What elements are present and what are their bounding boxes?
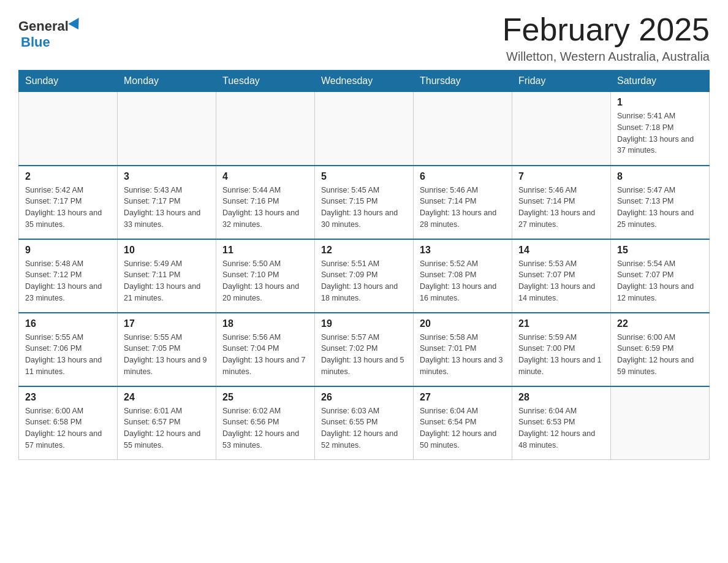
header-sunday: Sunday [19, 71, 118, 92]
table-row: 20Sunrise: 5:58 AMSunset: 7:01 PMDayligh… [414, 313, 512, 386]
day-info: Sunrise: 5:41 AMSunset: 7:18 PMDaylight:… [617, 110, 703, 156]
table-row: 22Sunrise: 6:00 AMSunset: 6:59 PMDayligh… [611, 313, 710, 386]
day-number: 7 [518, 171, 604, 182]
day-info: Sunrise: 5:47 AMSunset: 7:13 PMDaylight:… [617, 185, 703, 231]
day-number: 5 [321, 171, 407, 182]
table-row: 19Sunrise: 5:57 AMSunset: 7:02 PMDayligh… [315, 313, 414, 386]
calendar-week-row: 2Sunrise: 5:42 AMSunset: 7:17 PMDaylight… [19, 166, 710, 239]
table-row: 15Sunrise: 5:54 AMSunset: 7:07 PMDayligh… [611, 239, 710, 313]
header-tuesday: Tuesday [216, 71, 315, 92]
logo-blue-text: Blue [21, 34, 50, 50]
month-title: February 2025 [502, 12, 710, 47]
logo: General Blue [18, 12, 82, 50]
logo-general-text: General [18, 18, 69, 34]
day-info: Sunrise: 5:59 AMSunset: 7:00 PMDaylight:… [518, 332, 604, 378]
table-row: 7Sunrise: 5:46 AMSunset: 7:14 PMDaylight… [512, 166, 611, 239]
table-row: 13Sunrise: 5:52 AMSunset: 7:08 PMDayligh… [414, 239, 512, 313]
day-number: 13 [420, 245, 506, 256]
table-row: 8Sunrise: 5:47 AMSunset: 7:13 PMDaylight… [611, 166, 710, 239]
day-number: 11 [222, 245, 308, 256]
day-number: 4 [222, 171, 308, 182]
day-number: 2 [25, 171, 111, 182]
day-number: 16 [25, 318, 111, 329]
table-row: 27Sunrise: 6:04 AMSunset: 6:54 PMDayligh… [414, 386, 512, 460]
day-number: 17 [124, 318, 210, 329]
day-info: Sunrise: 5:43 AMSunset: 7:17 PMDaylight:… [124, 185, 210, 231]
table-row: 3Sunrise: 5:43 AMSunset: 7:17 PMDaylight… [118, 166, 216, 239]
table-row: 28Sunrise: 6:04 AMSunset: 6:53 PMDayligh… [512, 386, 611, 460]
table-row: 14Sunrise: 5:53 AMSunset: 7:07 PMDayligh… [512, 239, 611, 313]
table-row: 9Sunrise: 5:48 AMSunset: 7:12 PMDaylight… [19, 239, 118, 313]
day-number: 8 [617, 171, 703, 182]
day-info: Sunrise: 5:52 AMSunset: 7:08 PMDaylight:… [420, 258, 506, 304]
day-info: Sunrise: 5:56 AMSunset: 7:04 PMDaylight:… [222, 332, 308, 378]
day-info: Sunrise: 5:50 AMSunset: 7:10 PMDaylight:… [222, 258, 308, 304]
day-number: 3 [124, 171, 210, 182]
calendar-week-row: 16Sunrise: 5:55 AMSunset: 7:06 PMDayligh… [19, 313, 710, 386]
table-row: 10Sunrise: 5:49 AMSunset: 7:11 PMDayligh… [118, 239, 216, 313]
page-header: General Blue February 2025 Willetton, We… [18, 12, 710, 64]
day-info: Sunrise: 5:57 AMSunset: 7:02 PMDaylight:… [321, 332, 407, 378]
day-info: Sunrise: 5:42 AMSunset: 7:17 PMDaylight:… [25, 185, 111, 231]
day-number: 12 [321, 245, 407, 256]
table-row [414, 92, 512, 166]
table-row: 21Sunrise: 5:59 AMSunset: 7:00 PMDayligh… [512, 313, 611, 386]
table-row: 23Sunrise: 6:00 AMSunset: 6:58 PMDayligh… [19, 386, 118, 460]
day-number: 6 [420, 171, 506, 182]
day-number: 23 [25, 392, 111, 403]
day-number: 15 [617, 245, 703, 256]
table-row: 16Sunrise: 5:55 AMSunset: 7:06 PMDayligh… [19, 313, 118, 386]
day-number: 22 [617, 318, 703, 329]
header-monday: Monday [118, 71, 216, 92]
location-subtitle: Willetton, Western Australia, Australia [502, 50, 710, 64]
day-info: Sunrise: 6:04 AMSunset: 6:54 PMDaylight:… [420, 405, 506, 451]
table-row [19, 92, 118, 166]
day-info: Sunrise: 6:02 AMSunset: 6:56 PMDaylight:… [222, 405, 308, 451]
day-number: 1 [617, 97, 703, 108]
day-info: Sunrise: 5:44 AMSunset: 7:16 PMDaylight:… [222, 185, 308, 231]
day-info: Sunrise: 5:49 AMSunset: 7:11 PMDaylight:… [124, 258, 210, 304]
day-info: Sunrise: 5:53 AMSunset: 7:07 PMDaylight:… [518, 258, 604, 304]
calendar-week-row: 23Sunrise: 6:00 AMSunset: 6:58 PMDayligh… [19, 386, 710, 460]
table-row [512, 92, 611, 166]
day-info: Sunrise: 5:46 AMSunset: 7:14 PMDaylight:… [518, 185, 604, 231]
day-info: Sunrise: 5:54 AMSunset: 7:07 PMDaylight:… [617, 258, 703, 304]
day-info: Sunrise: 6:00 AMSunset: 6:58 PMDaylight:… [25, 405, 111, 451]
day-info: Sunrise: 6:04 AMSunset: 6:53 PMDaylight:… [518, 405, 604, 451]
table-row [611, 386, 710, 460]
calendar-week-row: 1Sunrise: 5:41 AMSunset: 7:18 PMDaylight… [19, 92, 710, 166]
table-row: 4Sunrise: 5:44 AMSunset: 7:16 PMDaylight… [216, 166, 315, 239]
day-info: Sunrise: 6:00 AMSunset: 6:59 PMDaylight:… [617, 332, 703, 378]
day-info: Sunrise: 5:58 AMSunset: 7:01 PMDaylight:… [420, 332, 506, 378]
table-row: 12Sunrise: 5:51 AMSunset: 7:09 PMDayligh… [315, 239, 414, 313]
header-friday: Friday [512, 71, 611, 92]
day-info: Sunrise: 6:03 AMSunset: 6:55 PMDaylight:… [321, 405, 407, 451]
title-section: February 2025 Willetton, Western Austral… [502, 12, 710, 64]
day-number: 21 [518, 318, 604, 329]
day-number: 26 [321, 392, 407, 403]
logo-triangle-icon [68, 18, 83, 33]
table-row [118, 92, 216, 166]
day-number: 28 [518, 392, 604, 403]
table-row [216, 92, 315, 166]
table-row: 6Sunrise: 5:46 AMSunset: 7:14 PMDaylight… [414, 166, 512, 239]
day-number: 9 [25, 245, 111, 256]
day-info: Sunrise: 5:55 AMSunset: 7:06 PMDaylight:… [25, 332, 111, 378]
day-number: 10 [124, 245, 210, 256]
day-number: 24 [124, 392, 210, 403]
header-thursday: Thursday [414, 71, 512, 92]
table-row: 2Sunrise: 5:42 AMSunset: 7:17 PMDaylight… [19, 166, 118, 239]
day-info: Sunrise: 5:51 AMSunset: 7:09 PMDaylight:… [321, 258, 407, 304]
table-row: 1Sunrise: 5:41 AMSunset: 7:18 PMDaylight… [611, 92, 710, 166]
day-info: Sunrise: 5:45 AMSunset: 7:15 PMDaylight:… [321, 185, 407, 231]
table-row: 17Sunrise: 5:55 AMSunset: 7:05 PMDayligh… [118, 313, 216, 386]
day-number: 14 [518, 245, 604, 256]
table-row: 5Sunrise: 5:45 AMSunset: 7:15 PMDaylight… [315, 166, 414, 239]
calendar-table: Sunday Monday Tuesday Wednesday Thursday… [18, 70, 710, 460]
day-info: Sunrise: 5:55 AMSunset: 7:05 PMDaylight:… [124, 332, 210, 378]
calendar-week-row: 9Sunrise: 5:48 AMSunset: 7:12 PMDaylight… [19, 239, 710, 313]
day-number: 20 [420, 318, 506, 329]
day-number: 27 [420, 392, 506, 403]
table-row [315, 92, 414, 166]
table-row: 18Sunrise: 5:56 AMSunset: 7:04 PMDayligh… [216, 313, 315, 386]
